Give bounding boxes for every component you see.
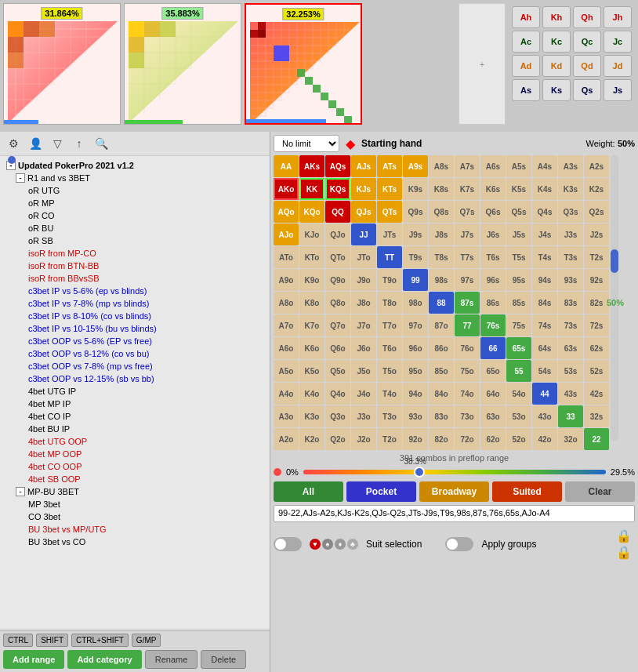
hand-cell-54o[interactable]: 54o — [506, 383, 531, 405]
add-category-button[interactable]: Add category — [67, 650, 141, 669]
range-slider[interactable]: 38.3% — [303, 466, 606, 478]
hand-cell-t7s[interactable]: T7s — [455, 246, 480, 268]
hand-cell-43o[interactable]: 43o — [532, 405, 557, 427]
card-Qd[interactable]: Qd — [573, 55, 601, 77]
hand-cell-a4o[interactable]: A4o — [274, 383, 299, 405]
hand-cell-j8s[interactable]: J8s — [429, 223, 454, 245]
hand-cell-k6s[interactable]: K6s — [480, 178, 506, 200]
hand-cell-k8o[interactable]: K8o — [299, 292, 324, 314]
hand-cell-qts[interactable]: QTs — [377, 201, 402, 223]
hand-cell-93s[interactable]: 93s — [558, 269, 583, 291]
hand-cell-q5o[interactable]: Q5o — [325, 360, 350, 382]
hand-cell-jto[interactable]: JTo — [351, 246, 376, 268]
card-Qh[interactable]: Qh — [573, 6, 601, 28]
tree-item-or-mp[interactable]: oR MP — [0, 197, 270, 209]
hand-cell-74s[interactable]: 74s — [532, 314, 557, 336]
hand-cell-98o[interactable]: 98o — [403, 292, 428, 314]
hand-cell-j2o[interactable]: J2o — [351, 428, 376, 450]
export-icon[interactable]: ↑ — [71, 135, 88, 152]
hand-cell-53o[interactable]: 53o — [506, 405, 531, 427]
hand-cell-a8o[interactable]: A8o — [274, 292, 299, 314]
hand-grid-scrollbar-thumb[interactable] — [611, 249, 618, 273]
hand-cell-k3o[interactable]: K3o — [299, 405, 324, 427]
hand-cell-kts[interactable]: KTs — [377, 178, 402, 200]
range-thumb[interactable]: 38.3% — [414, 467, 425, 478]
hand-cell-42o[interactable]: 42o — [532, 428, 557, 450]
hand-cell-kjo[interactable]: KJo — [299, 223, 324, 245]
hand-cell-q5s[interactable]: Q5s — [506, 201, 531, 223]
hand-cell-43s[interactable]: 43s — [558, 383, 583, 405]
hand-cell-q7o[interactable]: Q7o — [325, 314, 350, 336]
user-icon[interactable]: 👤 — [27, 135, 44, 152]
hand-cell-j7o[interactable]: J7o — [351, 314, 376, 336]
hand-cell-jj[interactable]: JJ — [351, 223, 376, 245]
lock-icon-2[interactable]: 🔒 — [616, 545, 632, 560]
hand-cell-97s[interactable]: 97s — [455, 269, 480, 291]
tree-item-or-utg[interactable]: oR UTG — [0, 184, 270, 197]
hand-cell-84o[interactable]: 84o — [429, 383, 454, 405]
hand-cell-t9o[interactable]: T9o — [377, 269, 402, 291]
hand-cell-a6s[interactable]: A6s — [480, 155, 506, 177]
tree-item-4bet-utg-oop[interactable]: 4bet UTG OOP — [0, 435, 270, 448]
hand-cell-32o[interactable]: 32o — [558, 428, 583, 450]
hand-cell-66[interactable]: 66 — [480, 337, 506, 359]
hand-cell-t4o[interactable]: T4o — [377, 383, 402, 405]
tree-item-isor-mpco[interactable]: isoR from MP-CO — [0, 247, 270, 260]
hand-cell-86o[interactable]: 86o — [429, 337, 454, 359]
hand-cell-83s[interactable]: 83s — [558, 292, 583, 314]
tree-root[interactable]: - Updated PokerPro 2021 v1.2 — [0, 159, 270, 172]
hand-cell-76s[interactable]: 76s — [480, 314, 506, 336]
hand-cell-q2s[interactable]: Q2s — [584, 201, 609, 223]
tree-item-4bet-co-ip[interactable]: 4bet CO IP — [0, 410, 270, 423]
tree-item-c3bet-ip1015[interactable]: c3bet IP vs 10-15% (bu vs blinds) — [0, 322, 270, 335]
hand-cell-t8s[interactable]: T8s — [429, 246, 454, 268]
tree-item-or-sb[interactable]: oR SB — [0, 234, 270, 247]
hand-cell-q4s[interactable]: Q4s — [532, 201, 557, 223]
hand-cell-95o[interactable]: 95o — [403, 360, 428, 382]
hand-cell-63o[interactable]: 63o — [480, 405, 506, 427]
hand-cell-j7s[interactable]: J7s — [455, 223, 480, 245]
hand-cell-a3o[interactable]: A3o — [274, 405, 299, 427]
hand-cell-ats[interactable]: ATs — [377, 155, 402, 177]
card-As[interactable]: As — [512, 79, 540, 101]
hand-cell-q2o[interactable]: Q2o — [325, 428, 350, 450]
hand-cell-85s[interactable]: 85s — [506, 292, 531, 314]
hand-cell-q3o[interactable]: Q3o — [325, 405, 350, 427]
card-Ks[interactable]: Ks — [542, 79, 571, 101]
hand-cell-82o[interactable]: 82o — [429, 428, 454, 450]
hand-cell-t4s[interactable]: T4s — [532, 246, 557, 268]
hand-cell-64o[interactable]: 64o — [480, 383, 506, 405]
card-Kh[interactable]: Kh — [542, 6, 571, 28]
hand-cell-aks[interactable]: AKs — [299, 155, 324, 177]
card-Kc[interactable]: Kc — [542, 31, 571, 53]
tree-item-4bet-mp-ip[interactable]: 4bet MP IP — [0, 398, 270, 410]
hand-cell-63s[interactable]: 63s — [558, 337, 583, 359]
hand-cell-ajs[interactable]: AJs — [351, 155, 376, 177]
hand-cell-q8s[interactable]: Q8s — [429, 201, 454, 223]
card-Ac[interactable]: Ac — [512, 31, 540, 53]
hand-cell-q7s[interactable]: Q7s — [455, 201, 480, 223]
hand-cell-53s[interactable]: 53s — [558, 360, 583, 382]
hand-cell-j6o[interactable]: J6o — [351, 337, 376, 359]
hand-cell-aa[interactable]: AA — [274, 155, 299, 177]
hand-cell-j6s[interactable]: J6s — [480, 223, 506, 245]
tree-item-c3bet-oop812[interactable]: c3bet OOP vs 8-12% (co vs bu) — [0, 347, 270, 360]
clear-button[interactable]: Clear — [565, 481, 635, 502]
tree-item-4bet-co-oop[interactable]: 4bet CO OOP — [0, 460, 270, 473]
tree-item-4bet-sb-oop[interactable]: 4bet SB OOP — [0, 473, 270, 485]
hand-cell-73s[interactable]: 73s — [558, 314, 583, 336]
hand-cell-95s[interactable]: 95s — [506, 269, 531, 291]
hand-cell-jts[interactable]: JTs — [377, 223, 402, 245]
hand-cell-qto[interactable]: QTo — [325, 246, 350, 268]
hand-cell-j4o[interactable]: J4o — [351, 383, 376, 405]
hand-cell-52s[interactable]: 52s — [584, 360, 609, 382]
hand-cell-83o[interactable]: 83o — [429, 405, 454, 427]
hand-cell-q9o[interactable]: Q9o — [325, 269, 350, 291]
hand-cell-t6s[interactable]: T6s — [480, 246, 506, 268]
tree-r1[interactable]: - R1 and vs 3BET — [0, 172, 270, 184]
tree-item-bu3bet-co[interactable]: BU 3bet vs CO — [0, 536, 270, 548]
hand-cell-74o[interactable]: 74o — [455, 383, 480, 405]
hand-cell-kto[interactable]: KTo — [299, 246, 324, 268]
hand-cell-t7o[interactable]: T7o — [377, 314, 402, 336]
hand-cell-t6o[interactable]: T6o — [377, 337, 402, 359]
